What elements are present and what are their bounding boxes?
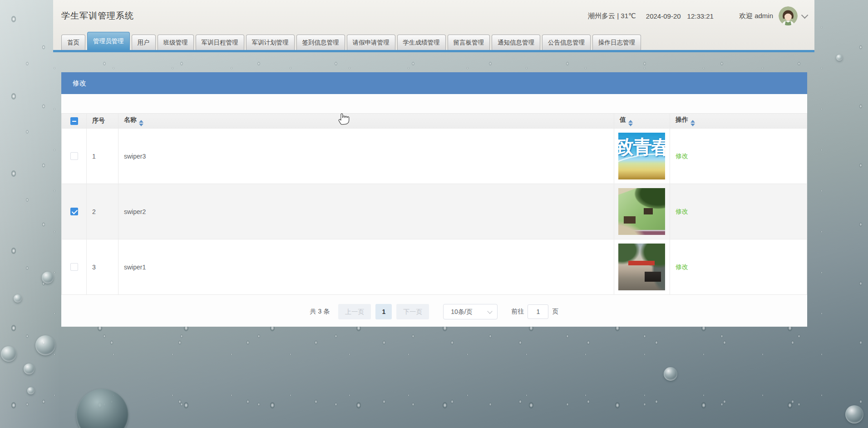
tab-operation-log[interactable]: 操作日志管理 — [592, 35, 641, 50]
swiper1-image — [618, 244, 665, 290]
sort-caret-icon[interactable] — [139, 120, 143, 126]
table-row-swiper1: 3 swiper1 修改 — [62, 239, 807, 295]
goto-label: 前往 — [511, 308, 524, 316]
pagination-total: 共 3 条 — [310, 308, 330, 316]
row-checkbox[interactable] — [70, 263, 78, 271]
avatar[interactable] — [779, 6, 798, 25]
swiper-table: 序号 名称 值 操作 1 swiper3 致青春 — [61, 113, 807, 295]
page-number-button[interactable]: 1 — [375, 304, 392, 319]
time-text: 12:33:21 — [687, 12, 714, 20]
datetime: 2024-09-20 12:33:21 — [646, 12, 714, 20]
tab-message-board[interactable]: 留言板管理 — [448, 35, 490, 50]
select-all-checkbox[interactable] — [70, 117, 78, 125]
page-size-select[interactable]: 10条/页 — [443, 304, 498, 319]
tab-home[interactable]: 首页 — [61, 35, 85, 50]
welcome-text: 欢迎 admin — [739, 12, 773, 20]
row-name: swiper1 — [118, 239, 614, 295]
select-chevron-icon — [488, 309, 493, 314]
weather-status: 潮州多云 | 31℃ — [588, 12, 636, 20]
rain-drop — [35, 335, 55, 355]
table-header-row: 序号 名称 值 操作 — [62, 114, 807, 129]
row-checkbox[interactable] — [70, 208, 78, 215]
page-unit-label: 页 — [552, 308, 558, 316]
tab-leave-request[interactable]: 请假申请管理 — [347, 35, 395, 50]
row-index: 2 — [87, 184, 118, 239]
tab-notice-info[interactable]: 通知信息管理 — [492, 35, 540, 50]
row-index: 1 — [87, 129, 118, 184]
sort-caret-icon[interactable] — [690, 120, 695, 126]
row-checkbox[interactable] — [70, 152, 78, 160]
column-header-no: 序号 — [87, 114, 118, 129]
page-title: 学生军训管理系统 — [61, 10, 134, 22]
sort-caret-icon[interactable] — [628, 120, 633, 126]
rain-drop — [664, 367, 677, 381]
edit-link[interactable]: 修改 — [676, 208, 688, 215]
panel-title: 修改 — [61, 72, 807, 94]
page-size-value: 10条/页 — [451, 308, 472, 315]
app-window: 学生军训管理系统 潮州多云 | 31℃ 2024-09-20 12:33:21 … — [53, 0, 814, 327]
table-row-swiper3: 1 swiper3 致青春 修改 — [62, 129, 807, 184]
column-header-name: 名称 — [118, 114, 614, 129]
avatar-image — [779, 6, 798, 25]
goto-page-input[interactable] — [528, 304, 548, 319]
table-row-swiper2: 2 swiper2 修改 — [62, 184, 807, 239]
tab-checkin-info[interactable]: 签到信息管理 — [296, 35, 345, 50]
row-name: swiper2 — [118, 184, 614, 239]
tab-admin-management[interactable]: 管理员管理 — [87, 32, 130, 50]
tab-student-scores[interactable]: 学生成绩管理 — [397, 35, 446, 50]
row-name: swiper3 — [118, 129, 614, 184]
tab-training-plan[interactable]: 军训计划管理 — [246, 35, 295, 50]
rain-drop — [24, 363, 35, 374]
tab-bar: 首页 管理员管理 用户 班级管理 军训日程管理 军训计划管理 签到信息管理 请假… — [53, 32, 814, 50]
rain-drop — [42, 272, 54, 284]
rain-drop — [1, 346, 16, 362]
column-header-value: 值 — [614, 114, 670, 129]
rain-drop — [845, 405, 863, 423]
column-header-action: 操作 — [670, 114, 807, 129]
swiper3-image: 致青春 — [618, 133, 665, 179]
top-bar: 学生军训管理系统 潮州多云 | 31℃ 2024-09-20 12:33:21 … — [53, 0, 814, 50]
edit-link[interactable]: 修改 — [676, 152, 688, 159]
rain-drop — [836, 55, 843, 61]
content-panel: 修改 序号 名称 值 操作 1 swiper3 — [61, 72, 807, 327]
tab-announcement-info[interactable]: 公告信息管理 — [542, 35, 591, 50]
edit-link[interactable]: 修改 — [676, 263, 688, 270]
tab-training-schedule[interactable]: 军训日程管理 — [196, 35, 244, 50]
tab-class-management[interactable]: 班级管理 — [158, 35, 194, 50]
rain-drop — [27, 387, 35, 394]
next-page-button[interactable]: 下一页 — [396, 304, 429, 319]
row-index: 3 — [87, 239, 118, 295]
date-text: 2024-09-20 — [646, 12, 681, 20]
chevron-down-icon[interactable] — [801, 11, 809, 19]
swiper2-image — [618, 188, 665, 235]
poster-text: 致青春 — [618, 134, 665, 160]
rain-drop — [14, 294, 22, 303]
pagination-bar: 共 3 条 上一页 1 下一页 10条/页 前往 页 — [61, 304, 807, 319]
prev-page-button[interactable]: 上一页 — [338, 304, 371, 319]
tab-users[interactable]: 用户 — [132, 35, 156, 50]
